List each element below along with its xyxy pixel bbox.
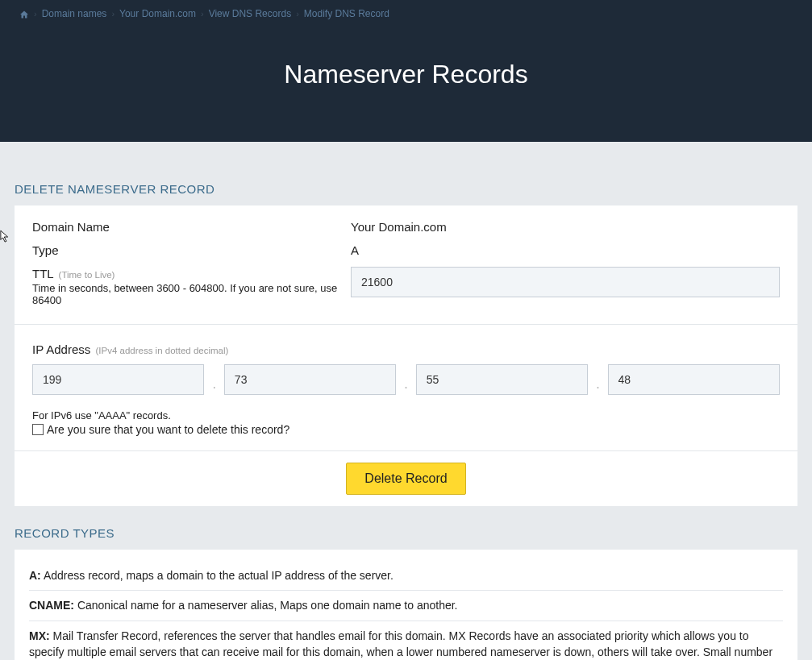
delete-section-title: DELETE NAMESERVER RECORD: [15, 182, 797, 196]
ip-dot-separator: .: [396, 377, 415, 392]
ttl-label: TTL: [32, 267, 54, 280]
ip-input-row: . . .: [32, 364, 780, 395]
delete-record-button[interactable]: Delete Record: [346, 463, 465, 495]
ip-dot-separator: .: [588, 377, 607, 392]
ipv6-hint: For IPv6 use "AAAA" records.: [32, 409, 780, 421]
ip-address-hint: (IPv4 address in dotted decimal): [95, 346, 228, 355]
record-types-card: A: Address record, maps a domain to the …: [15, 550, 797, 660]
ip-octet-2-input[interactable]: [224, 364, 396, 395]
chevron-right-icon: ›: [201, 9, 204, 19]
ip-address-card: IP Address (IPv4 address in dotted decim…: [15, 325, 797, 451]
type-value: A: [351, 243, 359, 257]
record-type-a: A: Address record, maps a domain to the …: [29, 561, 783, 591]
domain-name-row: Domain Name Your Domain.com: [32, 220, 780, 234]
confirm-delete-row[interactable]: Are you sure that you want to delete thi…: [32, 423, 780, 436]
chevron-right-icon: ›: [34, 9, 37, 19]
breadcrumb-your-domain[interactable]: Your Domain.com: [119, 8, 196, 19]
ip-octet-4-input[interactable]: [608, 364, 780, 395]
domain-name-label: Domain Name: [32, 220, 110, 234]
record-types-title: RECORD TYPES: [15, 526, 797, 540]
page-header: › Domain names › Your Domain.com › View …: [0, 0, 812, 142]
ip-octet-1-input[interactable]: [32, 364, 204, 395]
page-title: Nameserver Records: [0, 27, 812, 142]
type-row: Type A: [32, 243, 780, 257]
breadcrumb: › Domain names › Your Domain.com › View …: [0, 0, 812, 27]
type-label: Type: [32, 243, 59, 257]
ttl-description: Time in seconds, between 3600 - 604800. …: [32, 282, 351, 306]
record-type-cname: CNAME: Canonical name for a nameserver a…: [29, 591, 783, 621]
action-row: Delete Record: [15, 451, 797, 506]
ttl-input[interactable]: [351, 267, 780, 297]
breadcrumb-current: Modify DNS Record: [304, 8, 389, 19]
domain-name-value: Your Domain.com: [351, 220, 447, 234]
chevron-right-icon: ›: [296, 9, 299, 19]
breadcrumb-view-dns[interactable]: View DNS Records: [209, 8, 291, 19]
ttl-row: TTL (Time to Live) Time in seconds, betw…: [32, 267, 780, 306]
home-icon[interactable]: [19, 8, 29, 19]
main-container: DELETE NAMESERVER RECORD Domain Name You…: [0, 142, 812, 660]
ttl-hint: (Time to Live): [59, 270, 115, 280]
ip-dot-separator: .: [204, 377, 223, 392]
record-summary-card: Domain Name Your Domain.com Type A TTL (…: [15, 205, 797, 325]
confirm-delete-checkbox[interactable]: [32, 424, 44, 435]
ip-address-label-row: IP Address (IPv4 address in dotted decim…: [32, 342, 780, 356]
ip-address-label: IP Address: [32, 342, 90, 356]
ip-octet-3-input[interactable]: [416, 364, 588, 395]
record-type-mx: MX: Mail Transfer Record, references the…: [29, 621, 783, 660]
confirm-delete-label: Are you sure that you want to delete thi…: [47, 423, 289, 436]
chevron-right-icon: ›: [111, 9, 115, 19]
breadcrumb-domain-names[interactable]: Domain names: [42, 8, 107, 19]
